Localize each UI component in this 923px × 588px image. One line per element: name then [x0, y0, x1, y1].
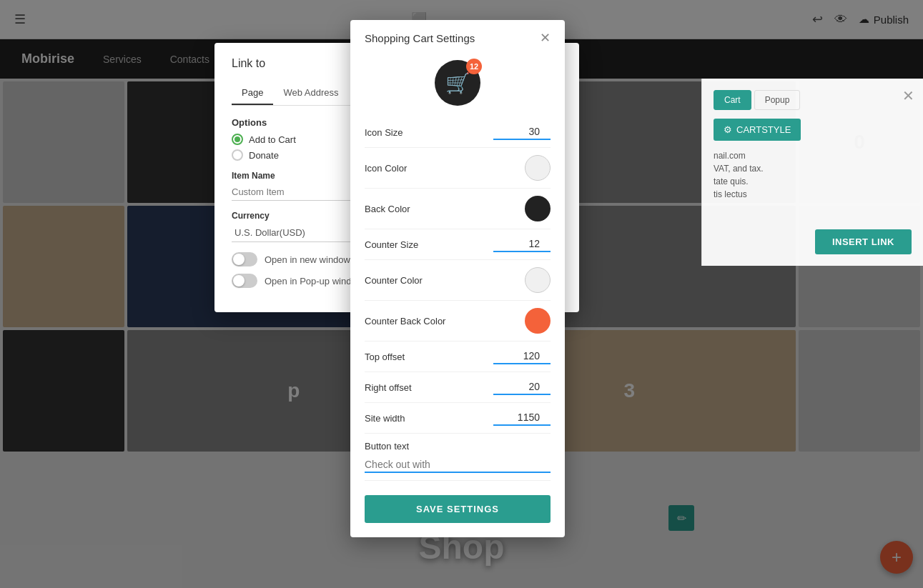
- link-tab-web[interactable]: Web Address: [273, 81, 348, 105]
- close-panel-button[interactable]: ✕: [902, 87, 914, 104]
- tab-popup[interactable]: Popup: [754, 90, 801, 110]
- counter-color-row: Counter Color: [365, 260, 551, 301]
- cart-settings-dialog: Shopping Cart Settings ✕ 🛒 12 Icon Size …: [350, 20, 565, 537]
- cart-settings-body: Icon Size Icon Color Back Color Counter …: [350, 117, 565, 537]
- back-color-label: Back Color: [365, 204, 410, 214]
- cart-dialog-close-button[interactable]: ✕: [540, 31, 551, 44]
- right-panel-tabs: Cart Popup: [714, 90, 912, 110]
- save-settings-button[interactable]: SAVE SETTINGS: [365, 495, 551, 523]
- toggle-knob-popup: [233, 275, 245, 286]
- insert-link-button[interactable]: INSERT LINK: [815, 229, 912, 254]
- cart-style-button[interactable]: ⚙ CARTSTYLE: [714, 119, 801, 141]
- button-text-row: Button text: [365, 434, 551, 481]
- site-width-row: Site width: [365, 403, 551, 434]
- cart-icon: 🛒: [445, 71, 470, 95]
- toggle-knob-new-window: [233, 254, 245, 265]
- radio-add-to-cart-circle: [232, 134, 243, 145]
- counter-back-color-label: Counter Back Color: [365, 316, 445, 327]
- cart-style-label: CARTSTYLE: [736, 124, 791, 135]
- icon-size-label: Icon Size: [365, 127, 403, 138]
- open-new-window-label: Open in new window: [265, 254, 350, 265]
- counter-color-swatch[interactable]: [525, 267, 551, 293]
- link-tab-web-label: Web Address: [283, 87, 338, 98]
- open-popup-label: Open in Pop-up window: [265, 276, 363, 286]
- cart-dialog-header: Shopping Cart Settings ✕: [350, 20, 565, 53]
- top-offset-input[interactable]: [493, 349, 551, 364]
- cart-icon-area: 🛒 12: [350, 53, 565, 117]
- icon-size-input[interactable]: [493, 124, 551, 140]
- tab-cart[interactable]: Cart: [714, 90, 751, 110]
- panel-text2: tis lectus: [714, 188, 912, 201]
- link-tab-page[interactable]: Page: [232, 81, 273, 105]
- counter-color-label: Counter Color: [365, 275, 423, 286]
- counter-back-color-swatch[interactable]: [525, 308, 551, 334]
- tab-cart-label: Cart: [724, 95, 741, 105]
- counter-size-input[interactable]: [493, 236, 551, 252]
- icon-color-label: Icon Color: [365, 163, 407, 174]
- radio-add-to-cart-dot: [235, 136, 240, 142]
- open-new-window-toggle[interactable]: [232, 252, 257, 266]
- right-offset-label: Right offset: [365, 382, 412, 393]
- panel-text1: tate quis.: [714, 175, 912, 188]
- link-tab-page-label: Page: [242, 87, 263, 98]
- cart-badge: 12: [466, 59, 482, 74]
- cart-dialog-title: Shopping Cart Settings: [365, 32, 475, 44]
- button-text-label: Button text: [365, 441, 409, 452]
- top-offset-label: Top offset: [365, 352, 405, 362]
- cart-icon-circle: 🛒 12: [435, 60, 480, 106]
- icon-color-row: Icon Color: [365, 148, 551, 189]
- panel-email: nail.com: [714, 149, 912, 162]
- right-offset-input[interactable]: [493, 379, 551, 395]
- right-panel: ✕ Cart Popup ⚙ CARTSTYLE nail.com VAT, a…: [701, 79, 923, 266]
- site-width-label: Site width: [365, 413, 405, 424]
- radio-add-to-cart-label: Add to Cart: [249, 134, 296, 145]
- counter-size-label: Counter Size: [365, 239, 418, 250]
- icon-size-row: Icon Size: [365, 117, 551, 148]
- counter-size-row: Counter Size: [365, 229, 551, 260]
- back-color-swatch[interactable]: [525, 196, 551, 221]
- radio-donate-circle: [232, 149, 243, 161]
- counter-back-color-row: Counter Back Color: [365, 301, 551, 342]
- button-text-input[interactable]: [365, 457, 551, 473]
- cart-badge-count: 12: [470, 62, 478, 71]
- icon-color-swatch[interactable]: [525, 155, 551, 181]
- open-popup-toggle[interactable]: [232, 274, 257, 288]
- save-settings-label: SAVE SETTINGS: [416, 504, 499, 514]
- back-color-row: Back Color: [365, 189, 551, 229]
- panel-vat: VAT, and tax.: [714, 162, 912, 175]
- insert-link-label: INSERT LINK: [832, 236, 894, 247]
- right-offset-row: Right offset: [365, 372, 551, 403]
- site-width-input[interactable]: [493, 410, 551, 426]
- top-offset-row: Top offset: [365, 342, 551, 372]
- tab-popup-label: Popup: [765, 95, 790, 105]
- radio-donate-label: Donate: [249, 150, 279, 161]
- gear-icon: ⚙: [724, 124, 732, 135]
